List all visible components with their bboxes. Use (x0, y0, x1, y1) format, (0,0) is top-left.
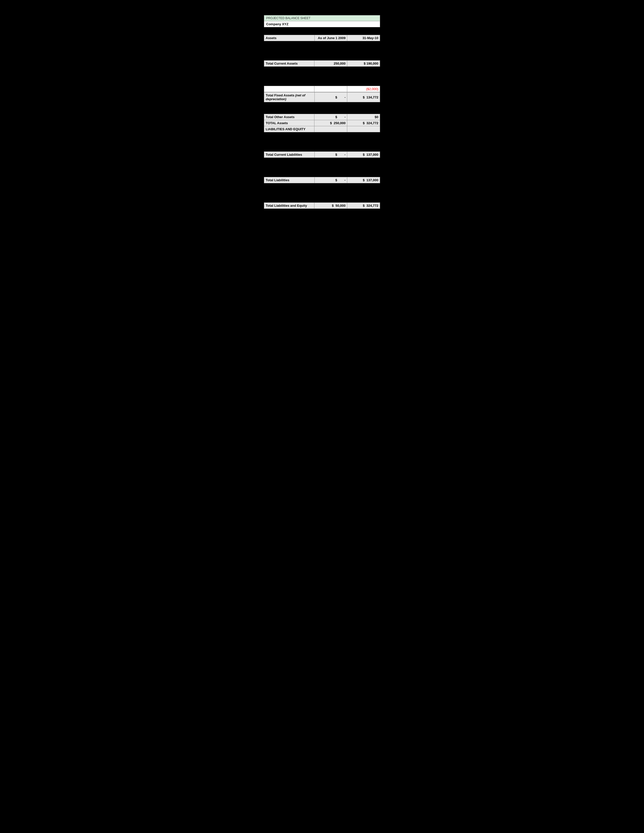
total-liabilities-equity-col2: $ 324,772 (347, 203, 380, 209)
header-col1: As of June 1 2009 (314, 35, 347, 41)
assets-label: Assets (264, 35, 315, 41)
total-current-liabilities-row: Total Current Liabilities $ - $ 137,000 (264, 152, 380, 158)
total-other-assets-col1-dash: - (345, 115, 346, 119)
total-fixed-assets-label: Total Fixed Assets (net of depreciation) (264, 92, 315, 102)
tcl-col1-prefix: $ (335, 153, 337, 156)
total-other-assets-col1-prefix: $ (335, 115, 337, 119)
total-assets-row: TOTAL Assets $ 250,000 $ 324,772 (264, 120, 380, 126)
tcl-col1-dash: - (345, 153, 346, 156)
total-other-assets-label: Total Other Assets (264, 114, 314, 120)
total-other-assets-col1: $ - (314, 114, 347, 120)
total-liabilities-equity-table: Total Liabilities and Equity $ 50,000 $ … (264, 203, 380, 209)
total-other-assets-col2: $0 (347, 114, 380, 120)
total-assets-col2-val: 324,772 (367, 121, 378, 125)
header-col2: 31-May-10 (347, 35, 380, 41)
sheet-container: PROJECTED BALANCE SHEET Company XYZ Asse… (264, 15, 380, 216)
title-row: PROJECTED BALANCE SHEET (264, 15, 380, 21)
tl-col2-val: 137,000 (367, 178, 378, 182)
total-liabilities-col1: $ - (314, 177, 347, 183)
total-fixed-assets-col2-val: 134,772 (367, 95, 378, 99)
fixed-assets-note-val2: ($2,000) (347, 86, 380, 92)
assets-header-row: Assets As of June 1 2009 31-May-10 (264, 35, 380, 41)
total-current-assets-label: Total Current Assets (264, 61, 314, 67)
tle-col1-prefix: $ (332, 204, 333, 207)
other-assets-table: Total Other Assets $ - $0 TOTAL Assets $… (264, 114, 380, 132)
total-other-assets-row: Total Other Assets $ - $0 (264, 114, 380, 120)
company-row: Company XYZ (264, 21, 380, 27)
total-liabilities-label: Total Liabilities (264, 177, 315, 183)
total-fixed-assets-col1: $ - (314, 92, 347, 102)
liabilities-header-col1 (314, 126, 347, 132)
total-assets-col2-prefix: $ (363, 121, 365, 125)
total-liabilities-row: Total Liabilities $ - $ 137,000 (264, 177, 380, 183)
tle-col2-val: 324,772 (367, 204, 378, 207)
total-fixed-assets-col2-prefix: $ (363, 95, 365, 99)
fixed-assets-note-val1 (314, 86, 347, 92)
total-liabilities-col2: $ 137,000 (347, 177, 380, 183)
fixed-assets-note-row: ($2,000) (264, 86, 380, 92)
current-liabilities-table: Total Current Liabilities $ - $ 137,000 (264, 151, 380, 158)
total-assets-col1-prefix: $ (330, 121, 332, 125)
total-liabilities-equity-row: Total Liabilities and Equity $ 50,000 $ … (264, 203, 380, 209)
total-liabilities-equity-label: Total Liabilities and Equity (264, 203, 314, 209)
tle-col2-prefix: $ (363, 204, 365, 207)
total-fixed-assets-row: Total Fixed Assets (net of depreciation)… (264, 92, 380, 102)
liabilities-header-col2 (347, 126, 380, 132)
current-assets-table: Total Current Assets 250,000 $ 190,000 (264, 60, 380, 67)
total-current-assets-col1: 250,000 (314, 61, 347, 67)
total-assets-col1-val: 250,000 (333, 121, 346, 125)
liabilities-header-row: LIABILITIES AND EQUITY (264, 126, 380, 132)
tl-col1-prefix: $ (335, 178, 337, 182)
total-current-liabilities-col2: $ 137,000 (347, 152, 380, 158)
total-current-liabilities-col1: $ - (314, 152, 347, 158)
total-fixed-assets-col1-prefix: $ (335, 95, 337, 99)
tcl-col2-prefix: $ (363, 153, 365, 156)
tl-col1-dash: - (345, 178, 346, 182)
total-liabilities-table: Total Liabilities $ - $ 137,000 (264, 177, 380, 183)
fixed-assets-table: Total Fixed Assets (net of depreciation)… (264, 92, 380, 102)
assets-header-table: Assets As of June 1 2009 31-May-10 (264, 35, 380, 41)
total-assets-col2: $ 324,772 (347, 120, 380, 126)
company-name: Company XYZ (266, 22, 288, 26)
total-fixed-assets-bold: Total Fixed Assets (266, 93, 294, 97)
total-current-liabilities-label: Total Current Liabilities (264, 152, 315, 158)
total-liabilities-equity-col1: $ 50,000 (314, 203, 347, 209)
tl-col2-prefix: $ (363, 178, 365, 182)
sheet-title: PROJECTED BALANCE SHEET (266, 16, 311, 20)
tle-col1-val: 50,000 (335, 204, 346, 207)
total-assets-label: TOTAL Assets (264, 120, 314, 126)
fixed-assets-note-table: ($2,000) (264, 86, 380, 92)
liabilities-header-label: LIABILITIES AND EQUITY (264, 126, 314, 132)
total-current-assets-row: Total Current Assets 250,000 $ 190,000 (264, 61, 380, 67)
fixed-assets-note-label (264, 86, 314, 92)
total-assets-col1: $ 250,000 (314, 120, 347, 126)
total-fixed-assets-col2: $ 134,772 (347, 92, 380, 102)
total-fixed-assets-col1-dash: - (345, 95, 346, 99)
tcl-col2-val: 137,000 (367, 153, 378, 156)
total-current-assets-col2: $ 190,000 (347, 61, 380, 67)
